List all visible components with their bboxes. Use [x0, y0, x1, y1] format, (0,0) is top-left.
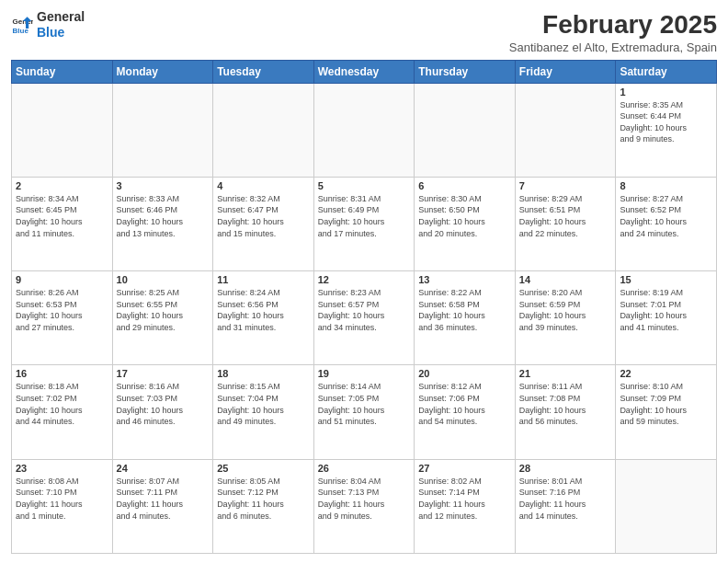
- page-container: General Blue General Blue February 2025 …: [0, 0, 728, 563]
- day-info: Sunrise: 8:01 AM Sunset: 7:16 PM Dayligh…: [519, 476, 612, 522]
- day-header-saturday: Saturday: [616, 60, 717, 83]
- calendar-cell: 27Sunrise: 8:02 AM Sunset: 7:14 PM Dayli…: [415, 459, 516, 553]
- day-header-thursday: Thursday: [415, 60, 516, 83]
- day-info: Sunrise: 8:34 AM Sunset: 6:45 PM Dayligh…: [16, 193, 108, 239]
- day-number: 5: [318, 180, 411, 191]
- calendar-cell: 26Sunrise: 8:04 AM Sunset: 7:13 PM Dayli…: [313, 459, 415, 553]
- day-number: 26: [318, 463, 411, 474]
- day-info: Sunrise: 8:18 AM Sunset: 7:02 PM Dayligh…: [16, 381, 108, 427]
- calendar-week-4: 16Sunrise: 8:18 AM Sunset: 7:02 PM Dayli…: [12, 365, 717, 459]
- day-info: Sunrise: 8:10 AM Sunset: 7:09 PM Dayligh…: [620, 381, 712, 427]
- calendar-cell: 4Sunrise: 8:32 AM Sunset: 6:47 PM Daylig…: [213, 177, 314, 270]
- day-header-tuesday: Tuesday: [213, 60, 314, 83]
- day-info: Sunrise: 8:30 AM Sunset: 6:50 PM Dayligh…: [418, 193, 511, 239]
- day-info: Sunrise: 8:26 AM Sunset: 6:53 PM Dayligh…: [16, 287, 108, 333]
- calendar-cell: [213, 83, 314, 177]
- calendar-cell: 3Sunrise: 8:33 AM Sunset: 6:46 PM Daylig…: [112, 177, 213, 270]
- day-info: Sunrise: 8:08 AM Sunset: 7:10 PM Dayligh…: [16, 476, 108, 522]
- calendar-cell: 2Sunrise: 8:34 AM Sunset: 6:45 PM Daylig…: [12, 177, 113, 270]
- month-title: February 2025: [509, 9, 717, 40]
- day-number: 8: [620, 180, 712, 191]
- calendar-cell: [616, 459, 717, 553]
- day-number: 16: [16, 368, 108, 379]
- calendar-cell: 25Sunrise: 8:05 AM Sunset: 7:12 PM Dayli…: [213, 459, 314, 553]
- day-number: 20: [418, 368, 511, 379]
- calendar-cell: 17Sunrise: 8:16 AM Sunset: 7:03 PM Dayli…: [112, 365, 213, 459]
- day-header-monday: Monday: [112, 60, 213, 83]
- day-number: 2: [16, 180, 108, 191]
- day-info: Sunrise: 8:16 AM Sunset: 7:03 PM Dayligh…: [117, 381, 210, 427]
- day-number: 11: [217, 274, 310, 285]
- day-number: 6: [418, 180, 511, 191]
- day-info: Sunrise: 8:02 AM Sunset: 7:14 PM Dayligh…: [418, 476, 511, 522]
- day-number: 28: [519, 463, 612, 474]
- day-number: 19: [318, 368, 411, 379]
- day-number: 25: [217, 463, 310, 474]
- day-header-wednesday: Wednesday: [313, 60, 415, 83]
- day-number: 14: [519, 274, 612, 285]
- svg-text:General: General: [13, 17, 33, 26]
- day-info: Sunrise: 8:11 AM Sunset: 7:08 PM Dayligh…: [519, 381, 612, 427]
- calendar-cell: 7Sunrise: 8:29 AM Sunset: 6:51 PM Daylig…: [515, 177, 616, 270]
- calendar-table: SundayMondayTuesdayWednesdayThursdayFrid…: [11, 60, 717, 554]
- calendar-cell: 19Sunrise: 8:14 AM Sunset: 7:05 PM Dayli…: [313, 365, 415, 459]
- day-header-sunday: Sunday: [12, 60, 113, 83]
- day-info: Sunrise: 8:33 AM Sunset: 6:46 PM Dayligh…: [117, 193, 210, 239]
- day-info: Sunrise: 8:23 AM Sunset: 6:57 PM Dayligh…: [318, 287, 411, 333]
- calendar-header-row: SundayMondayTuesdayWednesdayThursdayFrid…: [12, 60, 717, 83]
- day-number: 12: [318, 274, 411, 285]
- day-number: 24: [117, 463, 210, 474]
- title-block: February 2025 Santibanez el Alto, Extrem…: [509, 9, 717, 54]
- day-number: 22: [620, 368, 712, 379]
- day-header-friday: Friday: [515, 60, 616, 83]
- day-info: Sunrise: 8:22 AM Sunset: 6:58 PM Dayligh…: [418, 287, 511, 333]
- day-number: 13: [418, 274, 511, 285]
- calendar-cell: [313, 83, 415, 177]
- calendar-cell: 9Sunrise: 8:26 AM Sunset: 6:53 PM Daylig…: [12, 271, 113, 365]
- day-info: Sunrise: 8:04 AM Sunset: 7:13 PM Dayligh…: [318, 476, 411, 522]
- calendar-cell: 1Sunrise: 8:35 AM Sunset: 6:44 PM Daylig…: [616, 83, 717, 177]
- calendar-cell: 20Sunrise: 8:12 AM Sunset: 7:06 PM Dayli…: [415, 365, 516, 459]
- day-info: Sunrise: 8:05 AM Sunset: 7:12 PM Dayligh…: [217, 476, 310, 522]
- calendar-cell: 6Sunrise: 8:30 AM Sunset: 6:50 PM Daylig…: [415, 177, 516, 270]
- day-number: 3: [117, 180, 210, 191]
- calendar-cell: 12Sunrise: 8:23 AM Sunset: 6:57 PM Dayli…: [313, 271, 415, 365]
- day-number: 1: [620, 86, 712, 98]
- calendar-cell: [415, 83, 516, 177]
- day-info: Sunrise: 8:31 AM Sunset: 6:49 PM Dayligh…: [318, 193, 411, 239]
- calendar-cell: 23Sunrise: 8:08 AM Sunset: 7:10 PM Dayli…: [12, 459, 113, 553]
- day-number: 21: [519, 368, 612, 379]
- day-number: 27: [418, 463, 511, 474]
- calendar-cell: [515, 83, 616, 177]
- location: Santibanez el Alto, Extremadura, Spain: [509, 40, 717, 54]
- calendar-cell: [12, 83, 113, 177]
- logo-icon: General Blue: [11, 14, 33, 36]
- day-info: Sunrise: 8:14 AM Sunset: 7:05 PM Dayligh…: [318, 381, 411, 427]
- calendar-week-5: 23Sunrise: 8:08 AM Sunset: 7:10 PM Dayli…: [12, 459, 717, 553]
- day-info: Sunrise: 8:15 AM Sunset: 7:04 PM Dayligh…: [217, 381, 310, 427]
- day-info: Sunrise: 8:29 AM Sunset: 6:51 PM Dayligh…: [519, 193, 612, 239]
- calendar-week-1: 1Sunrise: 8:35 AM Sunset: 6:44 PM Daylig…: [12, 83, 717, 177]
- calendar-cell: 15Sunrise: 8:19 AM Sunset: 7:01 PM Dayli…: [616, 271, 717, 365]
- day-number: 23: [16, 463, 108, 474]
- logo: General Blue General Blue: [11, 9, 85, 40]
- day-info: Sunrise: 8:25 AM Sunset: 6:55 PM Dayligh…: [117, 287, 210, 333]
- day-number: 10: [117, 274, 210, 285]
- header: General Blue General Blue February 2025 …: [11, 9, 717, 54]
- day-info: Sunrise: 8:07 AM Sunset: 7:11 PM Dayligh…: [117, 476, 210, 522]
- day-info: Sunrise: 8:27 AM Sunset: 6:52 PM Dayligh…: [620, 193, 712, 239]
- calendar-cell: 8Sunrise: 8:27 AM Sunset: 6:52 PM Daylig…: [616, 177, 717, 270]
- day-number: 18: [217, 368, 310, 379]
- calendar-cell: 28Sunrise: 8:01 AM Sunset: 7:16 PM Dayli…: [515, 459, 616, 553]
- day-number: 7: [519, 180, 612, 191]
- calendar-cell: 13Sunrise: 8:22 AM Sunset: 6:58 PM Dayli…: [415, 271, 516, 365]
- calendar-week-2: 2Sunrise: 8:34 AM Sunset: 6:45 PM Daylig…: [12, 177, 717, 270]
- day-number: 4: [217, 180, 310, 191]
- calendar-cell: 22Sunrise: 8:10 AM Sunset: 7:09 PM Dayli…: [616, 365, 717, 459]
- day-number: 15: [620, 274, 712, 285]
- calendar-cell: 21Sunrise: 8:11 AM Sunset: 7:08 PM Dayli…: [515, 365, 616, 459]
- day-info: Sunrise: 8:20 AM Sunset: 6:59 PM Dayligh…: [519, 287, 612, 333]
- calendar-cell: 16Sunrise: 8:18 AM Sunset: 7:02 PM Dayli…: [12, 365, 113, 459]
- logo-text: General Blue: [37, 9, 85, 40]
- calendar-week-3: 9Sunrise: 8:26 AM Sunset: 6:53 PM Daylig…: [12, 271, 717, 365]
